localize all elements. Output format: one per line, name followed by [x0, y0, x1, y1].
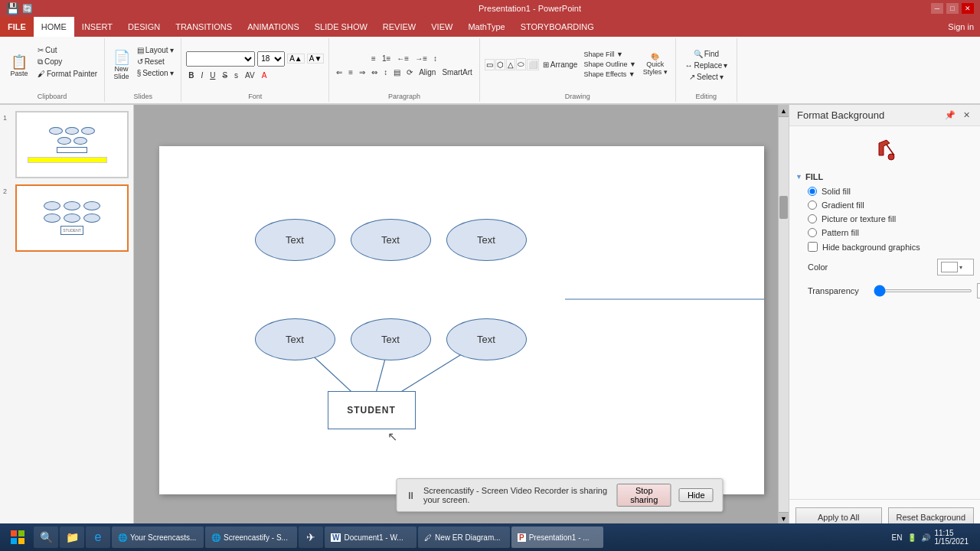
- taskbar-ie-btn[interactable]: e: [86, 527, 110, 548]
- taskbar-file-explorer-btn[interactable]: 📁: [60, 527, 84, 548]
- transparency-value-input[interactable]: [977, 283, 980, 298]
- slide-thumb-2[interactable]: 2 ST: [3, 184, 130, 252]
- taskbar-presentation-btn[interactable]: P Presentation1 - ...: [511, 527, 603, 548]
- taskbar-search-btn[interactable]: 🔍: [34, 527, 58, 548]
- bold-button[interactable]: B: [186, 70, 196, 80]
- reset-button[interactable]: ↺ Reset: [135, 57, 176, 67]
- shape-fill-button[interactable]: Shape Fill ▼: [581, 50, 638, 59]
- text-direction-btn2[interactable]: ⟳: [404, 67, 415, 77]
- shape-icon-4[interactable]: ⬭: [516, 58, 526, 70]
- quick-styles-button[interactable]: 🎨 QuickStyles ▾: [640, 53, 671, 76]
- taskbar-er-diagram-btn[interactable]: 🖊 New ER Diagram...: [418, 527, 510, 548]
- shape-icon-1[interactable]: ▭: [485, 59, 495, 70]
- line-spacing-btn[interactable]: ↕: [381, 67, 390, 77]
- slide-preview-2[interactable]: STUDENT: [15, 184, 129, 252]
- taskbar-screencasts-btn[interactable]: 🌐 Your Screencasts...: [112, 527, 204, 548]
- canvas-area[interactable]: Text Text Text Text Text Text STUDENT: [134, 105, 789, 535]
- slide-canvas[interactable]: Text Text Text Text Text Text STUDENT: [159, 146, 764, 494]
- tab-review[interactable]: REVIEW: [375, 17, 423, 37]
- close-btn[interactable]: ✕: [962, 3, 974, 14]
- add-column-btn[interactable]: ▤: [391, 67, 403, 77]
- restore-btn[interactable]: □: [946, 3, 959, 14]
- student-rect[interactable]: STUDENT: [328, 391, 416, 429]
- shape-outline-button[interactable]: Shape Outline ▼: [581, 60, 638, 69]
- stop-sharing-button[interactable]: Stop sharing: [617, 484, 671, 507]
- vertical-scrollbar[interactable]: ▲ ▼: [778, 105, 789, 524]
- gradient-fill-radio[interactable]: [808, 201, 817, 210]
- strikethrough-button[interactable]: S: [220, 70, 230, 80]
- paste-button[interactable]: 📋 Paste: [5, 54, 34, 77]
- decrease-indent-btn[interactable]: ←≡: [394, 54, 411, 64]
- hide-bg-checkbox[interactable]: [808, 242, 818, 252]
- increase-font-btn[interactable]: A▲: [287, 54, 305, 64]
- hide-bg-option[interactable]: Hide background graphics: [795, 240, 974, 254]
- taskbar-telegram-btn[interactable]: ✈: [299, 527, 323, 548]
- char-spacing-button[interactable]: AV: [243, 70, 257, 80]
- underline-button[interactable]: U: [207, 70, 217, 80]
- taskbar-word-btn[interactable]: W Document1 - W...: [325, 527, 416, 548]
- ellipse-top-3[interactable]: Text: [446, 219, 527, 261]
- ellipse-bottom-2[interactable]: Text: [351, 318, 431, 360]
- transparency-slider[interactable]: [874, 289, 972, 292]
- tab-design[interactable]: DESIGN: [120, 17, 168, 37]
- find-button[interactable]: 🔍 Find: [691, 49, 721, 59]
- scroll-thumb-v[interactable]: [779, 196, 788, 219]
- tab-animations[interactable]: ANIMATIONS: [240, 17, 307, 37]
- tab-storyboarding[interactable]: STORYBOARDING: [513, 17, 602, 37]
- new-slide-button[interactable]: 📄 NewSlide: [110, 49, 133, 82]
- picture-fill-radio[interactable]: [808, 214, 817, 223]
- solid-fill-option[interactable]: Solid fill: [795, 184, 974, 198]
- tab-transitions[interactable]: TRANSITIONS: [168, 17, 240, 37]
- ellipse-top-2[interactable]: Text: [351, 219, 431, 261]
- decrease-font-btn[interactable]: A▼: [307, 54, 325, 64]
- font-color-button[interactable]: A: [260, 70, 270, 80]
- numbering-button[interactable]: 1≡: [380, 54, 393, 64]
- section-button[interactable]: § Section ▾: [135, 68, 176, 78]
- tab-slideshow[interactable]: SLIDE SHOW: [307, 17, 375, 37]
- select-button[interactable]: ↗ Select ▾: [687, 72, 726, 82]
- format-painter-button[interactable]: 🖌 Format Painter: [35, 69, 100, 79]
- align-center-btn[interactable]: ≡: [346, 67, 355, 77]
- slide-thumb-1[interactable]: 1: [3, 111, 130, 178]
- fill-section-header[interactable]: ▼ FILL: [795, 169, 974, 184]
- align-text-btn[interactable]: Align: [416, 67, 438, 77]
- layout-button[interactable]: ▤ Layout ▾: [135, 45, 176, 55]
- italic-button[interactable]: I: [198, 70, 205, 80]
- color-picker-button[interactable]: ▾: [937, 259, 974, 276]
- justify-btn[interactable]: ⇔: [369, 67, 380, 77]
- panel-close-btn[interactable]: ✕: [961, 109, 972, 121]
- hide-notification-button[interactable]: Hide: [679, 488, 714, 502]
- smartart-btn[interactable]: SmartArt: [439, 67, 474, 77]
- align-left-btn[interactable]: ⇐: [334, 67, 345, 77]
- tab-view[interactable]: VIEW: [423, 17, 460, 37]
- shape-icon-2[interactable]: ⬡: [495, 59, 505, 70]
- gradient-fill-option[interactable]: Gradient fill: [795, 198, 974, 212]
- font-family-select[interactable]: [186, 51, 255, 67]
- arrange-button[interactable]: ⊞ Arrange: [541, 60, 580, 70]
- text-direction-button[interactable]: ↕: [431, 54, 439, 64]
- ellipse-top-1[interactable]: Text: [255, 219, 335, 261]
- increase-indent-btn[interactable]: →≡: [413, 54, 430, 64]
- font-size-select[interactable]: 18: [257, 51, 285, 67]
- shadow-button[interactable]: s: [232, 70, 240, 80]
- picture-fill-option[interactable]: Picture or texture fill: [795, 212, 974, 226]
- tab-mathtype[interactable]: MathType: [460, 17, 512, 37]
- copy-button[interactable]: ⧉ Copy: [35, 57, 100, 67]
- ellipse-bottom-1[interactable]: Text: [255, 318, 335, 360]
- pattern-fill-radio[interactable]: [808, 228, 817, 237]
- solid-fill-radio[interactable]: [808, 187, 817, 196]
- pattern-fill-option[interactable]: Pattern fill: [795, 226, 974, 240]
- align-right-btn[interactable]: ⇒: [357, 67, 368, 77]
- shape-icon-5[interactable]: ⬜: [527, 59, 539, 70]
- tab-home[interactable]: HOME: [34, 17, 74, 37]
- minimize-btn[interactable]: ─: [931, 3, 943, 14]
- slide-preview-1[interactable]: [15, 111, 129, 178]
- shape-effects-button[interactable]: Shape Effects ▼: [581, 70, 638, 79]
- tab-insert[interactable]: INSERT: [74, 17, 120, 37]
- tab-file[interactable]: FILE: [0, 17, 34, 37]
- scroll-up-btn[interactable]: ▲: [779, 105, 789, 117]
- panel-pin-btn[interactable]: 📌: [942, 109, 958, 121]
- sign-in[interactable]: Sign in: [948, 17, 980, 37]
- shape-icon-3[interactable]: △: [506, 59, 515, 70]
- start-button[interactable]: [3, 527, 32, 548]
